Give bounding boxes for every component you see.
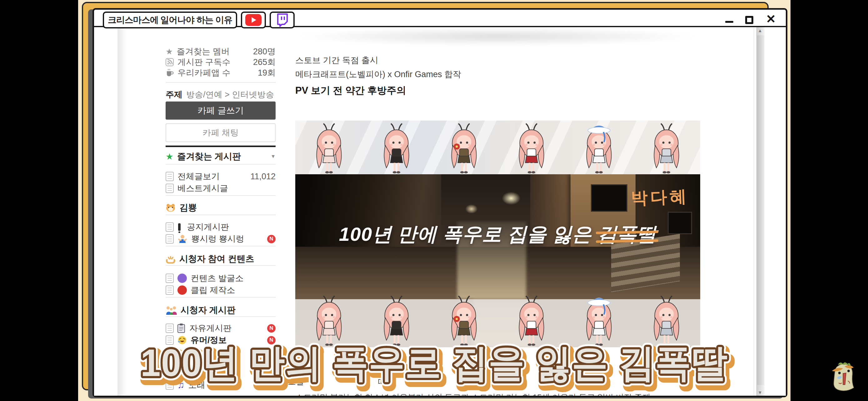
new-badge: N (267, 235, 276, 243)
chibi-character-white-pink-outfit (311, 295, 347, 349)
green-star-icon: ★ (165, 152, 174, 162)
chibi-character-white-top-red-skirt (514, 295, 550, 349)
divider-thick (165, 145, 276, 147)
hamster-mascot (827, 360, 859, 392)
group-header-viewer-board: 시청자 게시판 (165, 304, 276, 316)
pv-image: 박다혜 100년 만에 폭우로 집을 잃은 김폭딸 (295, 121, 700, 347)
chibi-row-top (295, 123, 700, 177)
page-content: ★ 즐겨찾는 멤버 280명 게시판 구독수 265회 우리카페앱 수 19회 (94, 27, 786, 396)
sidebar-item-ppyongsireong[interactable]: 뿅시렁 뿅시렁 N (165, 233, 276, 244)
divider (165, 316, 276, 317)
document-icon (165, 380, 174, 390)
chibi-character-white-pink-outfit (311, 123, 347, 177)
dark-window (591, 184, 627, 212)
chibi-character-black-dress (378, 295, 415, 349)
document-icon (165, 222, 174, 232)
new-badge: N (267, 381, 276, 390)
chevron-down-icon[interactable]: ▼ (271, 154, 276, 159)
close-button[interactable]: ✕ (766, 12, 776, 26)
family-icon (165, 305, 177, 315)
music-notes-icon: ♫ (178, 380, 185, 390)
rss-icon (165, 58, 174, 66)
post-warning: PV 보기 전 약간 후방주의 (295, 84, 406, 97)
divider (165, 164, 276, 165)
sidebar-item-all-posts[interactable]: 전체글보기 11,012 (165, 171, 276, 182)
divider (165, 195, 276, 196)
favorite-boards-header[interactable]: ★ 즐겨찾는 게시판 ▼ (165, 151, 276, 162)
chibi-character-white-dress-sun-hat (581, 123, 617, 177)
post-line-1: 스토브 기간 독점 출시 (295, 55, 378, 66)
twitch-icon (275, 13, 289, 27)
divider (165, 246, 276, 246)
pv-overlay-caption: 100년 만에 폭우로 집을 잃은 김폭딸 (302, 221, 694, 247)
purple-circle-icon (178, 274, 187, 283)
open-hands-icon (165, 254, 176, 264)
divider (165, 82, 276, 83)
scrollbar[interactable]: ▲ ▼ (756, 27, 765, 396)
stat-favorite-members: ★ 즐겨찾는 멤버 280명 (165, 46, 276, 57)
group-header-kimppyong: 김뿅 (165, 202, 276, 213)
sidebar-item-best-posts[interactable]: 베스트게시글 (165, 183, 276, 194)
stat-board-subs: 게시판 구독수 265회 (165, 57, 276, 68)
tab-twitch[interactable] (270, 11, 294, 28)
exclamation-icon (178, 223, 181, 231)
topic-row: 주제 방송/연예 > 인터넷방송 (165, 89, 276, 100)
scrollbar-thumb[interactable] (757, 35, 764, 385)
cup-icon (165, 69, 174, 77)
sidebar-item-clip-factory[interactable]: 클립 제작소 (165, 285, 276, 296)
body-text-fragment: 분야 (350, 358, 366, 369)
street-light (502, 192, 521, 205)
body-text-fragment: 일 (468, 379, 476, 390)
tab-youtube[interactable] (241, 11, 266, 28)
red-circle-icon (178, 286, 187, 295)
scroll-up-icon[interactable]: ▲ (758, 28, 763, 33)
tab-title[interactable]: 크리스마스에 일어나야 하는 이유 (103, 11, 237, 28)
shrug-person-icon (178, 234, 187, 244)
new-badge: N (267, 336, 276, 344)
document-icon (165, 172, 174, 181)
content-divider (754, 27, 754, 396)
divider (165, 214, 276, 215)
body-text-fragment: 시는 (219, 361, 235, 372)
window-title: 크리스마스에 일어나야 하는 이유 (108, 14, 232, 26)
document-icon (165, 324, 174, 333)
sidebar-item-free-board[interactable]: 자유게시판 N (165, 323, 276, 334)
cafe-write-button[interactable]: 카페 글쓰기 (165, 101, 276, 120)
chibi-character-gray-dress (648, 295, 685, 349)
chibi-character-gray-dress (648, 123, 685, 177)
faded-top-content (294, 27, 700, 46)
scroll-down-icon[interactable]: ▼ (758, 390, 763, 395)
youtube-icon (245, 14, 261, 26)
document-icon (165, 183, 174, 193)
sidebar-item-content-mine[interactable]: 컨텐츠 발굴소 (165, 273, 276, 284)
group-header-viewer-content: 시청자 참여 컨텐츠 (165, 253, 276, 265)
laughing-emoji-icon (178, 335, 187, 345)
chibi-character-white-top-red-skirt (514, 123, 550, 177)
body-text-fragment: 떠신 (378, 376, 394, 387)
minimize-button[interactable] (725, 21, 733, 23)
chibi-row-bottom (295, 295, 700, 349)
chibi-character-brown-uniform-flower (446, 123, 482, 177)
sidebar-item-notice-board[interactable]: 공지게시판 (165, 222, 276, 233)
new-badge: N (267, 324, 276, 333)
chibi-character-white-dress-sun-hat (581, 295, 617, 349)
hamster-icon (165, 203, 176, 212)
sidebar-item-song[interactable]: ♫ 노래 N (165, 379, 276, 391)
flooded-alley-photo: 박다혜 100년 만에 폭우로 집을 잃은 김폭딸 (295, 174, 700, 299)
cafe-chat-button[interactable]: 카페 채팅 (165, 123, 276, 142)
divider (165, 265, 276, 266)
body-text-fragment: 소설 (288, 376, 304, 387)
maximize-button[interactable] (745, 16, 753, 24)
divider (165, 297, 276, 298)
street-light (465, 204, 478, 213)
document-icon (165, 335, 174, 345)
sidebar-item-humor-info[interactable]: 유머/정보 N (165, 334, 276, 346)
star-icon: ★ (165, 47, 173, 57)
clipboard-icon (178, 324, 186, 333)
post-line-2: 메타크래프트(노벨피아) x Onfir Games 합작 (295, 69, 461, 80)
browser-window: 크리스마스에 일어나야 하는 이유 ✕ ★ 즐겨찾는 멤버 280명 (92, 8, 787, 397)
document-icon (165, 286, 174, 295)
chibi-character-brown-uniform-flower (446, 295, 482, 349)
page-left-shadow (118, 28, 126, 396)
stat-cafe-app: 우리카페앱 수 19회 (165, 67, 276, 78)
